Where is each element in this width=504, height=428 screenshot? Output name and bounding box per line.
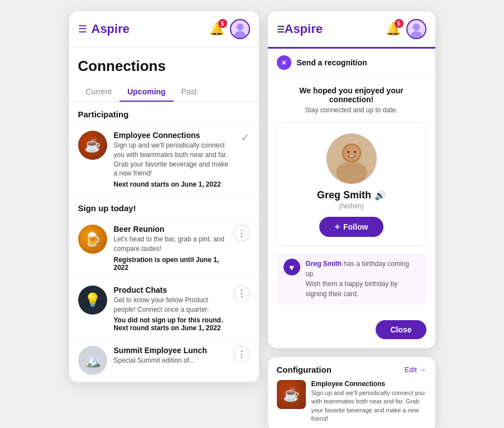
modal-close-button[interactable]: × bbox=[277, 55, 291, 70]
config-name: Employee Connections bbox=[311, 380, 426, 388]
list-item: 🍺 Beer Reunion Let's head to the bar, gr… bbox=[69, 218, 259, 279]
profile-name: Greg Smith 🔊 bbox=[317, 189, 386, 201]
header-icons-left: 🔔 5 bbox=[209, 19, 250, 39]
conn-info-beer: Beer Reunion Let's head to the bar, grab… bbox=[114, 225, 227, 272]
config-header: Configuration Edit → bbox=[277, 365, 426, 374]
conn-action-summit[interactable]: ⋮ bbox=[233, 346, 250, 363]
close-btn-row: Close bbox=[268, 320, 435, 348]
svg-point-1 bbox=[236, 23, 243, 30]
profile-pronouns: (he/him) bbox=[339, 202, 363, 210]
tab-upcoming[interactable]: Upcoming bbox=[119, 83, 173, 102]
signup-section-header: Sign up today! bbox=[69, 196, 259, 218]
config-info: Employee Connections Sign up and we'll p… bbox=[311, 380, 426, 424]
checkmark-icon: ✓ bbox=[241, 131, 250, 144]
close-modal-button[interactable]: Close bbox=[376, 320, 426, 339]
hamburger-icon[interactable]: ☰ bbox=[78, 23, 87, 35]
coffee-emoji: ☕ bbox=[84, 137, 101, 153]
conn-info-summit: Summit Employee Lunch Special Summit edi… bbox=[114, 346, 227, 368]
notif-badge-right: 5 bbox=[395, 19, 404, 28]
svg-point-4 bbox=[412, 23, 419, 30]
modal-subtext: Stay connected and up to date. bbox=[277, 106, 426, 114]
svg-point-11 bbox=[347, 151, 349, 153]
conn-action-beer[interactable]: ⋮ bbox=[233, 225, 250, 241]
dots-button-beer[interactable]: ⋮ bbox=[233, 225, 250, 241]
notification-bell-left[interactable]: 🔔 5 bbox=[209, 22, 224, 36]
conn-action-product[interactable]: ⋮ bbox=[233, 286, 250, 302]
config-title: Configuration bbox=[277, 365, 332, 374]
conn-action-employee: ✓ bbox=[241, 131, 250, 144]
config-thumb: ☕ bbox=[277, 380, 306, 409]
conn-title-summit: Summit Employee Lunch bbox=[114, 346, 227, 355]
list-item: 🏔️ Summit Employee Lunch Special Summit … bbox=[69, 339, 259, 382]
hamburger-icon-right[interactable]: ☰ bbox=[277, 24, 285, 35]
svg-point-10 bbox=[343, 145, 360, 161]
modal-header: × Send a recognition bbox=[268, 49, 435, 77]
tab-current[interactable]: Current bbox=[78, 83, 120, 102]
conn-desc-summit: Special Summit edition of... bbox=[114, 356, 227, 365]
dots-button-summit[interactable]: ⋮ bbox=[233, 346, 250, 363]
tabs-bar: Current Upcoming Past bbox=[69, 78, 259, 102]
participating-section-header: Participating bbox=[69, 102, 259, 124]
bulb-emoji: 💡 bbox=[84, 292, 101, 308]
svg-point-12 bbox=[354, 151, 356, 153]
left-header: ☰ Aspire 🔔 5 bbox=[69, 11, 259, 47]
config-item: ☕ Employee Connections Sign up and we'll… bbox=[277, 380, 426, 424]
follow-label: Follow bbox=[343, 222, 368, 231]
modal-tagline: We hoped you enjoyed your connection! bbox=[277, 86, 426, 104]
conn-date-beer: Registration is open until June 1, 2022 bbox=[114, 256, 227, 272]
conn-thumb-coffee: ☕ bbox=[78, 131, 107, 160]
beer-emoji: 🍺 bbox=[84, 231, 101, 247]
birthday-banner: ♥ Greg Smith has a birthday coming up. W… bbox=[277, 253, 426, 305]
modal-title: Send a recognition bbox=[297, 58, 367, 67]
profile-card: Greg Smith 🔊 (he/him) + Follow bbox=[277, 122, 426, 246]
profile-avatar bbox=[327, 134, 377, 184]
notification-bell-right[interactable]: 🔔 5 bbox=[386, 22, 401, 36]
tab-past[interactable]: Past bbox=[174, 83, 205, 102]
conn-desc-beer: Let's head to the bar, grab a pint, and … bbox=[114, 235, 227, 254]
birthday-text: Greg Smith has a birthday coming up. Wis… bbox=[306, 259, 420, 299]
left-phone-screen: ☰ Aspire 🔔 5 Connections bbox=[69, 11, 259, 382]
list-item: 💡 Product Chats Get to know your fellow … bbox=[69, 279, 259, 340]
right-modal-card: ☰ Aspire 🔔 5 bbox=[268, 11, 435, 348]
conn-date-product: You did not sign up for this round. Next… bbox=[114, 316, 227, 332]
list-item: ☕ Employee Connections Sign up and we'll… bbox=[69, 124, 259, 196]
speaker-icon[interactable]: 🔊 bbox=[375, 190, 386, 201]
page-title: Connections bbox=[78, 58, 250, 75]
plus-icon: + bbox=[335, 222, 340, 232]
conn-desc-product: Get to know your fellow Product people! … bbox=[114, 296, 227, 315]
svg-point-8 bbox=[336, 161, 367, 184]
config-thumb-emoji: ☕ bbox=[283, 387, 300, 402]
right-header: ☰ Aspire 🔔 5 bbox=[268, 11, 435, 49]
conn-info-employee: Employee Connections Sign up and we'll p… bbox=[114, 131, 234, 188]
avatar-left[interactable] bbox=[230, 19, 250, 39]
conn-thumb-beer: 🍺 bbox=[78, 225, 107, 254]
heart-icon: ♥ bbox=[284, 259, 300, 275]
conn-info-product: Product Chats Get to know your fellow Pr… bbox=[114, 286, 227, 332]
conn-desc-employee: Sign up and we'll periodically connect y… bbox=[114, 141, 234, 178]
config-desc: Sign up and we'll periodically connect y… bbox=[311, 389, 426, 424]
dots-button-product[interactable]: ⋮ bbox=[233, 286, 250, 302]
modal-body: We hoped you enjoyed your connection! St… bbox=[268, 77, 435, 320]
conn-date-employee: Next round starts on June 1, 2022 bbox=[114, 180, 234, 188]
right-screen: ☰ Aspire 🔔 5 bbox=[268, 11, 435, 428]
conn-thumb-bulb: 💡 bbox=[78, 286, 107, 315]
edit-link[interactable]: Edit → bbox=[404, 365, 426, 374]
follow-button[interactable]: + Follow bbox=[319, 217, 384, 237]
app-logo-left: Aspire bbox=[92, 22, 209, 36]
header-icons-right: 🔔 5 bbox=[386, 19, 426, 39]
conn-title-employee: Employee Connections bbox=[114, 131, 234, 140]
notif-badge-left: 5 bbox=[218, 19, 227, 28]
avatar-right[interactable] bbox=[406, 19, 426, 39]
app-logo-right: Aspire bbox=[285, 22, 386, 36]
summit-emoji: 🏔️ bbox=[84, 353, 101, 368]
conn-thumb-summit: 🏔️ bbox=[78, 346, 107, 375]
conn-title-beer: Beer Reunion bbox=[114, 225, 227, 234]
birthday-link[interactable]: Greg Smith bbox=[306, 260, 342, 268]
config-card: Configuration Edit → ☕ Employee Connecti… bbox=[268, 357, 435, 428]
conn-title-product: Product Chats bbox=[114, 286, 227, 294]
page-title-bar: Connections bbox=[69, 47, 259, 78]
